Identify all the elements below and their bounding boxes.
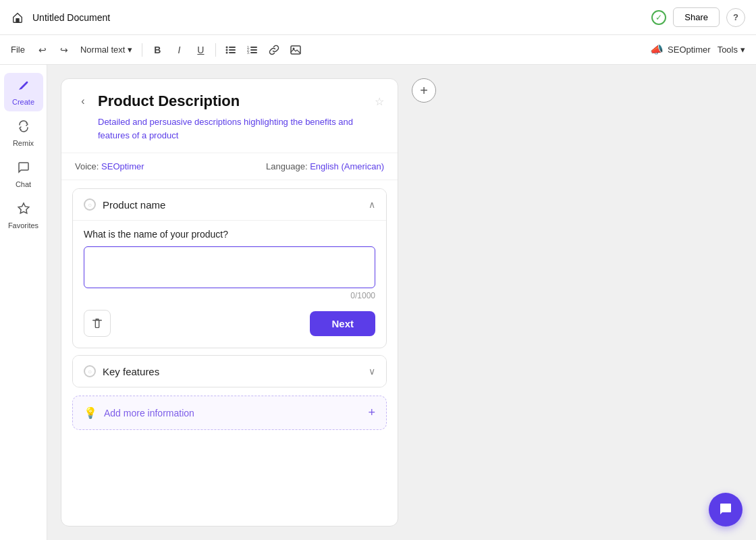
bold-button[interactable]: B — [148, 40, 167, 59]
product-name-header[interactable]: ○ Product name ∧ — [73, 189, 386, 220]
key-features-header-left: ○ Key features — [84, 365, 159, 377]
desc-plain: Detailed and persuasive descriptions hig… — [98, 117, 305, 127]
desc-end: of a product — [130, 130, 178, 140]
topbar-actions: ✓ Share ? — [651, 7, 745, 27]
section-header-left: ○ Product name — [84, 198, 165, 211]
add-more-left: 💡 Add more information — [84, 406, 194, 419]
chat-icon — [17, 161, 30, 178]
product-name-title: Product name — [103, 199, 165, 211]
key-features-status-icon: ○ — [84, 365, 96, 377]
redo-button[interactable]: ↪ — [55, 40, 74, 59]
voice-value[interactable]: SEOptimer — [101, 161, 144, 171]
add-more-plus: + — [368, 406, 375, 420]
language-label: Language: — [266, 161, 307, 171]
delete-button[interactable] — [84, 310, 111, 337]
remix-icon — [17, 119, 30, 136]
back-button[interactable]: ‹ — [75, 93, 91, 109]
key-features-section: ○ Key features ∨ — [72, 355, 387, 387]
add-more-icon: 💡 — [84, 406, 97, 419]
file-menu[interactable]: File — [11, 45, 25, 55]
right-add-area: + — [398, 65, 756, 540]
voice-label: Voice: — [75, 161, 99, 171]
seoptimizer-button[interactable]: 📣 SEOptimer — [650, 43, 711, 56]
sidebar-item-chat[interactable]: Chat — [4, 155, 43, 194]
seoptimizer-label: SEOptimer — [668, 45, 711, 55]
sidebar-item-remix[interactable]: Remix — [4, 114, 43, 153]
product-name-question: What is the name of your product? — [84, 229, 375, 240]
sidebar-create-label: Create — [12, 98, 34, 106]
svg-point-3 — [226, 49, 228, 51]
card-header: ‹ Product Description ☆ Detailed and per… — [61, 79, 398, 153]
card-description: Detailed and persuasive descriptions hig… — [75, 115, 384, 142]
key-features-chevron: ∨ — [369, 366, 375, 377]
toolbar-divider-1 — [142, 43, 142, 57]
toolbar: File ↩ ↪ Normal text ▾ B I U 1.2.3. 📣 SE… — [0, 35, 756, 65]
add-block-button[interactable]: + — [412, 78, 436, 103]
star-button[interactable]: ☆ — [375, 95, 384, 108]
sidebar-item-create[interactable]: Create — [4, 73, 43, 111]
text-style-chevron: ▾ — [128, 45, 132, 55]
tools-chevron: ▾ — [740, 45, 745, 55]
italic-button[interactable]: I — [169, 40, 188, 59]
image-button[interactable] — [286, 40, 305, 59]
language-value[interactable]: English (American) — [310, 161, 384, 171]
char-count: 0/1000 — [84, 291, 375, 300]
help-button[interactable]: ? — [726, 8, 745, 27]
product-name-input[interactable] — [91, 252, 368, 279]
text-style-select[interactable]: Normal text ▾ — [76, 42, 136, 57]
share-button[interactable]: Share — [673, 7, 720, 27]
toolbar-divider-2 — [215, 43, 216, 57]
card-title: Product Description — [98, 92, 368, 110]
next-button[interactable]: Next — [310, 311, 375, 336]
add-more-section[interactable]: 💡 Add more information + — [72, 396, 387, 430]
topbar: Untitled Document ✓ Share ? — [0, 0, 756, 35]
product-name-body: What is the name of your product? 0/1000… — [73, 220, 386, 348]
tools-label: Tools — [718, 45, 738, 55]
key-features-title: Key features — [103, 366, 159, 377]
add-more-label: Add more information — [104, 408, 194, 418]
bullet-list-button[interactable] — [221, 40, 240, 59]
svg-rect-13 — [291, 46, 300, 54]
sidebar-item-favorites[interactable]: Favorites — [4, 196, 43, 235]
product-name-chevron: ∧ — [369, 199, 375, 210]
section-actions: Next — [84, 310, 375, 337]
seoptimizer-icon: 📣 — [650, 43, 664, 56]
svg-text:3.: 3. — [247, 51, 250, 55]
link-button[interactable] — [265, 40, 284, 59]
sidebar-remix-label: Remix — [13, 139, 34, 147]
content-area: ‹ Product Description ☆ Detailed and per… — [47, 65, 756, 540]
card-panel: ‹ Product Description ☆ Detailed and per… — [61, 78, 398, 526]
card-header-top: ‹ Product Description ☆ — [75, 92, 384, 110]
toolbar-right: 📣 SEOptimer Tools ▾ — [650, 43, 745, 56]
product-name-status-icon: ○ — [84, 198, 96, 211]
product-name-input-wrapper — [84, 246, 375, 288]
svg-rect-6 — [229, 52, 236, 53]
sidebar-chat-label: Chat — [16, 180, 31, 188]
svg-rect-12 — [250, 52, 257, 53]
favorites-icon — [17, 202, 30, 219]
create-icon — [17, 78, 30, 95]
home-icon[interactable] — [11, 11, 24, 24]
sidebar: Create Remix Chat — [0, 65, 47, 540]
svg-rect-8 — [250, 47, 257, 48]
svg-rect-4 — [229, 49, 236, 51]
svg-rect-0 — [16, 18, 19, 22]
svg-point-1 — [226, 46, 228, 48]
sidebar-favorites-label: Favorites — [8, 221, 38, 230]
product-name-section: ○ Product name ∧ What is the name of you… — [72, 188, 387, 348]
voice-lang-row: Voice: SEOptimer Language: English (Amer… — [61, 153, 398, 180]
text-style-label: Normal text — [80, 45, 125, 55]
undo-button[interactable]: ↩ — [33, 40, 52, 59]
svg-point-5 — [226, 51, 228, 53]
main-layout: Create Remix Chat — [0, 65, 756, 540]
underline-button[interactable]: U — [191, 40, 210, 59]
svg-rect-10 — [250, 49, 257, 51]
document-title: Untitled Document — [32, 12, 643, 23]
key-features-header[interactable]: ○ Key features ∨ — [73, 356, 386, 387]
svg-rect-2 — [229, 47, 236, 48]
tools-button[interactable]: Tools ▾ — [718, 45, 745, 55]
ordered-list-button[interactable]: 1.2.3. — [243, 40, 262, 59]
chat-bubble-button[interactable] — [709, 493, 742, 526]
check-icon: ✓ — [651, 10, 666, 25]
